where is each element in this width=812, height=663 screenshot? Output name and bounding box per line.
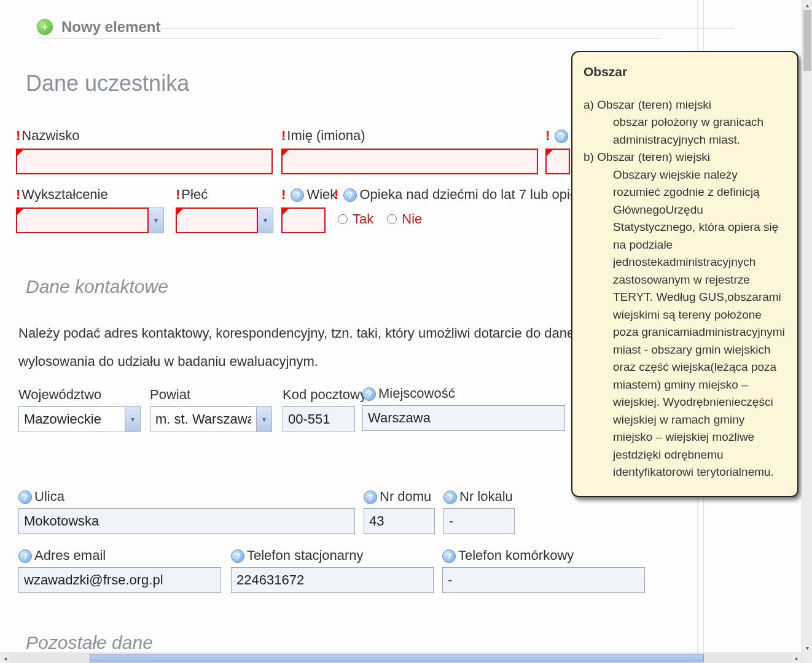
scroll-down-arrow-icon[interactable]: ▾ — [802, 643, 812, 653]
kod-input[interactable] — [283, 406, 355, 432]
help-icon[interactable]: ? — [18, 490, 32, 504]
horizontal-scrollbar[interactable]: ◂ ▸ — [0, 653, 802, 663]
tel-kom-label: ?Telefon komórkowy — [442, 548, 645, 564]
wojewodztwo-input[interactable] — [18, 406, 125, 432]
opieka-radio-tak[interactable]: Tak — [338, 211, 373, 227]
email-label: ?Adres email — [18, 548, 221, 564]
help-icon[interactable]: ? — [18, 549, 32, 563]
nr-domu-label: ?Nr domu — [364, 489, 435, 505]
plec-label: !Płeć — [176, 187, 273, 203]
tel-stac-input[interactable] — [231, 567, 434, 593]
email-input[interactable] — [18, 567, 221, 593]
tooltip-title: Obszar — [584, 62, 786, 82]
new-element-header: + Nowy element — [37, 18, 660, 39]
scroll-up-arrow-icon[interactable]: ▴ — [802, 0, 812, 10]
section-title-participant-data: Dane uczestnika — [26, 71, 189, 96]
help-icon[interactable]: ? — [231, 549, 244, 563]
help-icon[interactable]: ? — [291, 188, 304, 202]
ulica-label: ?Ulica — [18, 489, 355, 505]
powiat-input[interactable] — [150, 406, 257, 432]
tooltip-a-head: a) Obszar (teren) miejski — [584, 96, 786, 114]
powiat-label: Powiat — [150, 387, 272, 403]
help-icon[interactable]: ? — [343, 188, 357, 202]
tooltip-b-head: b) Obszar (teren) wiejski — [584, 149, 786, 166]
imie-input[interactable] — [281, 149, 538, 174]
tel-stac-label: ?Telefon stacjonarny — [231, 548, 434, 564]
wiek-label: ! ?Wiek — [281, 187, 337, 203]
help-icon[interactable]: ? — [362, 387, 376, 401]
miejscowosc-label: ?Miejscowość — [362, 386, 565, 401]
nazwisko-label: !Nazwisko — [16, 128, 273, 144]
help-icon[interactable]: ? — [442, 549, 456, 563]
help-icon[interactable]: ? — [364, 490, 377, 504]
nazwisko-input[interactable] — [16, 149, 273, 174]
wyksztalcenie-dropdown-button[interactable]: ▾ — [148, 207, 164, 233]
wyksztalcenie-label: !Wykształcenie — [16, 187, 164, 203]
plec-dropdown-button[interactable]: ▾ — [257, 207, 273, 233]
hscroll-thumb[interactable] — [90, 654, 704, 662]
add-icon[interactable]: + — [37, 19, 53, 35]
imie-label: !Imię (imiona) — [281, 128, 538, 144]
wojewodztwo-dropdown-button[interactable]: ▾ — [125, 406, 141, 432]
vscroll-thumb[interactable] — [803, 10, 811, 71]
nr-lokalu-input[interactable] — [443, 508, 515, 534]
tooltip-a-body: obszar położony w granicach administracy… — [613, 114, 786, 149]
kod-label: Kod pocztowy — [283, 387, 367, 403]
scroll-left-arrow-icon[interactable]: ◂ — [0, 653, 10, 663]
obszar-tooltip: Obszar a) Obszar (teren) miejski obszar … — [571, 51, 798, 497]
tooltip-b-body: Obszary wiejskie należy rozumieć zgodnie… — [613, 166, 786, 481]
section-title-other-data: Pozostałe dane — [26, 632, 153, 653]
new-element-label: Nowy element — [61, 18, 160, 36]
ulica-input[interactable] — [18, 508, 355, 534]
opieka-radio-nie[interactable]: Nie — [387, 211, 422, 227]
plec-input[interactable] — [176, 207, 258, 233]
scroll-right-arrow-icon[interactable]: ▸ — [792, 653, 802, 663]
wojewodztwo-label: Województwo — [18, 387, 141, 403]
tel-kom-input[interactable] — [442, 567, 645, 593]
wyksztalcenie-input[interactable] — [16, 207, 149, 233]
help-icon[interactable]: ? — [555, 130, 568, 143]
miejscowosc-input[interactable] — [362, 405, 565, 431]
nr-lokalu-label: ?Nr lokalu — [443, 489, 515, 505]
section-title-contact-data: Dane kontaktowe — [26, 276, 168, 297]
nr-domu-input[interactable] — [364, 508, 435, 534]
help-icon[interactable]: ? — [443, 490, 457, 504]
vertical-scrollbar[interactable]: ▴ ▾ — [802, 0, 812, 663]
powiat-dropdown-button[interactable]: ▾ — [256, 406, 272, 432]
